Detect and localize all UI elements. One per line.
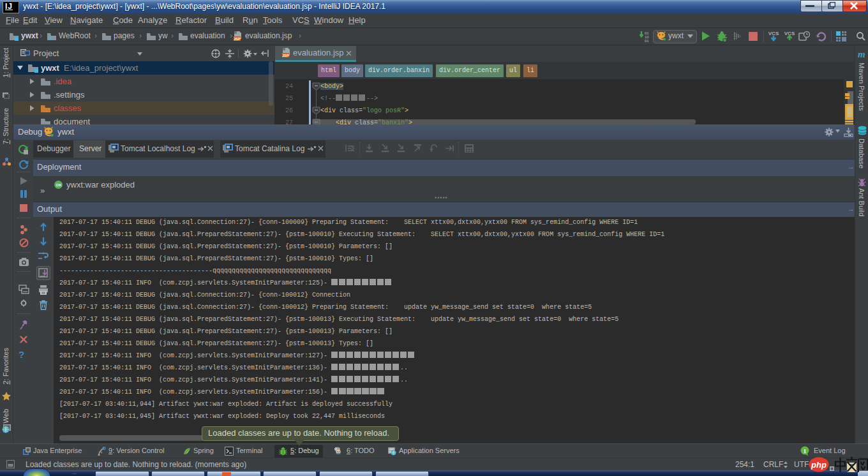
svg-text:JSP: JSP [234, 37, 241, 41]
svg-text:01: 01 [645, 39, 649, 42]
svg-text:php: php [811, 460, 827, 470]
svg-text:VCS: VCS [768, 31, 779, 36]
svg-text:JSP: JSP [282, 54, 289, 57]
svg-text:1: 1 [804, 448, 807, 454]
